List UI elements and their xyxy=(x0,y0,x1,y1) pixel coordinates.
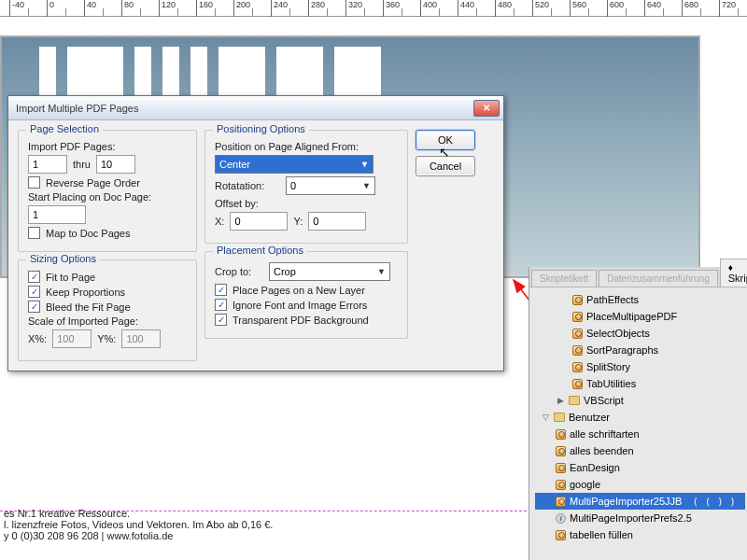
position-select[interactable]: Center ▼ xyxy=(215,155,374,174)
ruler-tick: 720 xyxy=(719,0,736,17)
ruler-tick: 320 xyxy=(345,0,362,17)
tree-script-item[interactable]: SelectObjects xyxy=(535,325,745,342)
script-icon xyxy=(572,379,583,389)
tree-script-item[interactable]: PathEffects xyxy=(535,291,745,308)
ok-button[interactable]: OK xyxy=(416,130,475,150)
crop-to-select[interactable]: Crop ▼ xyxy=(269,262,390,281)
scripts-tree[interactable]: PathEffectsPlaceMultipagePDFSelectObject… xyxy=(529,287,747,560)
group-title: Positioning Options xyxy=(213,123,309,134)
close-icon[interactable]: ✕ xyxy=(473,100,500,117)
map-to-doc-checkbox[interactable] xyxy=(28,227,40,239)
tree-item-label: PathEffects xyxy=(586,294,639,305)
ruler-tick: 520 xyxy=(532,0,549,17)
ruler-tick: 400 xyxy=(420,0,437,17)
page-from-input[interactable] xyxy=(28,155,67,174)
bleed-fit-checkbox[interactable] xyxy=(28,301,40,313)
sizing-options-group: Sizing Options Fit to Page Keep Proporti… xyxy=(18,259,197,361)
tree-script-item[interactable]: MultiPageImporter25JJB ( ( ) ) xyxy=(535,493,745,510)
script-icon xyxy=(556,480,566,490)
tree-script-item[interactable]: PlaceMultipagePDF xyxy=(535,308,745,325)
transparent-bg-checkbox[interactable] xyxy=(215,314,227,326)
rotation-select[interactable]: 0 ▼ xyxy=(286,176,375,195)
start-page-input[interactable] xyxy=(28,205,86,224)
tree-item-label: MultiPageImporter25JJB xyxy=(570,496,682,507)
tree-item-label: SelectObjects xyxy=(586,328,650,339)
tree-script-item[interactable]: SortParagraphs xyxy=(535,342,745,358)
new-layer-checkbox[interactable] xyxy=(215,284,227,296)
start-placing-label: Start Placing on Doc Page: xyxy=(28,191,151,203)
ruler-tick: 360 xyxy=(383,0,400,17)
horizontal-ruler: -400408012016020024028032036040044048052… xyxy=(0,0,747,17)
page-to-input[interactable] xyxy=(96,155,135,174)
folder-icon xyxy=(554,413,565,422)
tree-script-item[interactable]: tabellen füllen xyxy=(535,526,745,543)
script-icon xyxy=(572,312,583,322)
tree-item-label: alle schriftarten xyxy=(570,428,640,440)
import-pdf-dialog: Import Multiple PDF Pages ✕ Page Selecti… xyxy=(7,95,504,371)
ypct-input xyxy=(121,329,161,348)
disclosure-icon[interactable]: ▽ xyxy=(541,413,550,422)
tree-script-item[interactable]: TabUtilities xyxy=(535,375,745,392)
placement-options-group: Placement Options Crop to: Crop ▼ Place … xyxy=(204,251,408,339)
group-title: Page Selection xyxy=(26,123,103,134)
position-from-label: Position on Page Aligned From: xyxy=(215,141,359,152)
info-icon: i xyxy=(556,513,566,524)
ignore-errors-checkbox[interactable] xyxy=(215,299,227,311)
script-icon xyxy=(572,362,583,372)
chevron-down-icon: ▼ xyxy=(360,160,369,169)
tab-scripts[interactable]: ♦ Skripte xyxy=(720,259,747,287)
running-indicator: ( ( ) ) xyxy=(693,496,736,508)
tree-folder[interactable]: ▶VBScript xyxy=(535,392,745,409)
xpct-label: X%: xyxy=(28,333,47,344)
footer-text: es Nr.1 kreative Ressource. l. lizenzfre… xyxy=(4,508,273,541)
script-icon xyxy=(572,329,583,339)
offset-x-input[interactable] xyxy=(230,212,288,231)
tree-script-item[interactable]: alle schriftarten xyxy=(535,426,745,442)
chevron-down-icon: ▼ xyxy=(377,267,386,276)
crop-to-label: Crop to: xyxy=(215,266,263,277)
disclosure-icon[interactable]: ▶ xyxy=(556,396,565,405)
rotation-label: Rotatation: xyxy=(215,180,280,191)
tree-item-label: TabUtilities xyxy=(586,378,636,389)
ruler-tick: 640 xyxy=(644,0,661,17)
script-icon xyxy=(556,446,566,456)
tree-script-item[interactable]: iMultiPageImporterPrefs2.5 xyxy=(535,510,745,526)
dialog-titlebar[interactable]: Import Multiple PDF Pages ✕ xyxy=(8,96,503,120)
tree-script-item[interactable]: google xyxy=(535,476,745,493)
script-icon xyxy=(556,463,566,473)
scale-label: Scale of Imported Page: xyxy=(28,315,138,327)
cancel-button[interactable]: Cancel xyxy=(416,156,475,176)
import-pdf-pages-label: Import PDF Pages: xyxy=(28,141,116,152)
group-title: Placement Options xyxy=(213,245,307,256)
rotation-value: 0 xyxy=(290,180,296,191)
offset-x-label: X: xyxy=(215,216,224,227)
ruler-tick: 600 xyxy=(607,0,624,17)
tree-item-label: tabellen füllen xyxy=(570,529,633,540)
tree-script-item[interactable]: EanDesign xyxy=(535,459,745,476)
tree-item-label: PlaceMultipagePDF xyxy=(586,311,677,322)
tree-item-label: SortParagraphs xyxy=(586,344,658,356)
fit-to-page-label: Fit to Page xyxy=(46,272,95,283)
ruler-tick: 560 xyxy=(570,0,586,17)
reverse-order-checkbox[interactable] xyxy=(28,176,40,189)
ypct-label: Y%: xyxy=(97,333,116,344)
ruler-tick: 480 xyxy=(495,0,512,17)
tree-folder[interactable]: ▽Benutzer xyxy=(535,409,745,426)
tab-data-merge[interactable]: Datenzusammenführung xyxy=(599,270,718,287)
positioning-options-group: Positioning Options Position on Page Ali… xyxy=(204,130,408,244)
tree-script-item[interactable]: SplitStory xyxy=(535,358,745,375)
tree-item-label: google xyxy=(570,479,600,490)
crop-to-value: Crop xyxy=(274,266,296,277)
panel-tabs: Skriptetikett Datenzusammenführung ♦ Skr… xyxy=(529,267,747,287)
offset-by-label: Offset by: xyxy=(215,198,259,209)
page-selection-group: Page Selection Import PDF Pages: thru Re… xyxy=(18,130,197,252)
keep-proportions-checkbox[interactable] xyxy=(28,286,40,298)
position-value: Center xyxy=(219,159,250,170)
tab-script-label[interactable]: Skriptetikett xyxy=(531,270,597,287)
tree-script-item[interactable]: alles beenden xyxy=(535,442,745,459)
fit-to-page-checkbox[interactable] xyxy=(28,271,40,283)
offset-y-input[interactable] xyxy=(308,212,366,231)
xpct-input xyxy=(52,329,92,348)
ignore-errors-label: Ignore Font and Image Errors xyxy=(233,300,367,311)
tree-item-label: MultiPageImporterPrefs2.5 xyxy=(570,512,692,524)
